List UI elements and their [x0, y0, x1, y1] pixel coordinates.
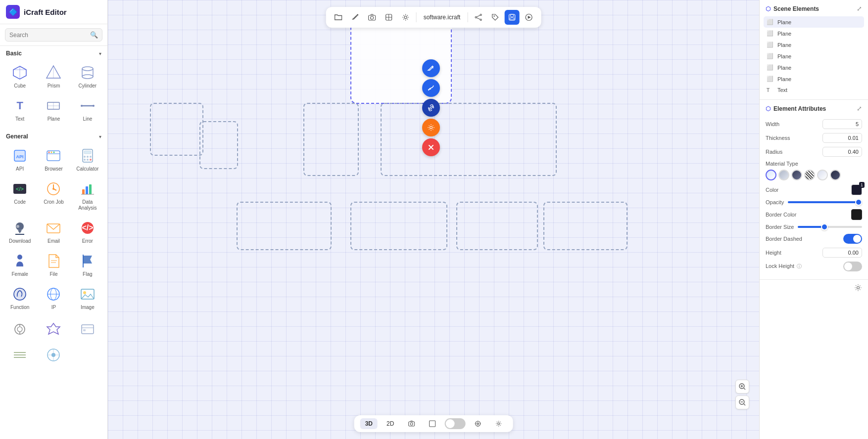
sidebar-item-cube[interactable]: Cube — [4, 61, 36, 92]
image-icon — [79, 285, 96, 303]
canvas-element-6[interactable] — [350, 202, 447, 250]
share-button[interactable] — [471, 10, 485, 25]
scene-item-plane2[interactable]: ⬜ Plane — [764, 28, 864, 39]
scene-item-plane1[interactable]: ⬜ Plane — [764, 16, 864, 28]
sidebar-item-extra3[interactable] — [72, 317, 103, 341]
radius-input[interactable] — [822, 147, 862, 157]
scene-elements-expand[interactable]: ⤢ — [857, 5, 862, 12]
pen-button[interactable] — [348, 10, 363, 25]
canvas-element-7[interactable] — [456, 202, 538, 250]
thickness-label: Thickness — [766, 135, 790, 141]
border-size-slider[interactable] — [798, 226, 862, 228]
sidebar-item-extra4[interactable] — [4, 343, 36, 367]
sidebar-item-browser[interactable]: Browser — [38, 144, 69, 175]
sidebar-item-female[interactable]: Female — [4, 249, 36, 280]
sidebar-item-line[interactable]: Line — [72, 94, 103, 125]
element-attributes-title: ⬡ Element Attributes — [766, 105, 826, 112]
opacity-label: Opacity — [766, 199, 784, 205]
mat-dark2-btn[interactable] — [830, 170, 841, 180]
sidebar-item-calculator[interactable]: Calculator — [72, 144, 103, 175]
zoom-out-button[interactable] — [735, 395, 749, 409]
sidebar-item-cron-job[interactable]: Cron Job — [38, 177, 69, 214]
canvas-grid[interactable] — [108, 0, 759, 439]
scene-item-plane6[interactable]: ⬜ Plane — [764, 73, 864, 85]
context-edit-btn[interactable] — [422, 59, 440, 77]
search-input[interactable] — [9, 32, 87, 39]
sidebar-item-data-analysis[interactable]: Data Analysis — [72, 177, 103, 214]
canvas-element-3[interactable] — [303, 103, 359, 176]
scene-item-text[interactable]: T Text — [764, 85, 864, 95]
view-toggle[interactable] — [444, 418, 465, 429]
context-link-btn[interactable] — [422, 99, 440, 117]
sidebar-item-email[interactable]: Email — [38, 216, 69, 247]
sidebar-item-code[interactable]: </> Code — [4, 177, 36, 214]
play-button[interactable] — [521, 10, 536, 25]
bottom-target-button[interactable] — [469, 418, 486, 429]
lock-height-toggle[interactable] — [843, 262, 862, 271]
sidebar-item-prism[interactable]: Prism — [38, 61, 69, 92]
layers-button[interactable] — [382, 10, 396, 25]
zoom-in-button[interactable] — [735, 380, 749, 394]
opacity-thumb[interactable] — [855, 199, 862, 206]
mat-glass-btn[interactable] — [766, 170, 776, 180]
context-style-btn[interactable] — [422, 79, 440, 97]
settings-button[interactable] — [398, 10, 413, 25]
search-icon[interactable]: 🔍 — [90, 31, 98, 39]
view-3d-button[interactable]: 3D — [360, 418, 378, 429]
sidebar-item-api[interactable]: API API — [4, 144, 36, 175]
cylinder-label: Cylinder — [78, 83, 96, 89]
color-swatch[interactable]: 1 — [851, 184, 862, 195]
svg-point-23 — [53, 152, 55, 153]
mat-pattern-btn[interactable] — [804, 170, 815, 180]
sidebar-item-plane[interactable]: Plane — [38, 94, 69, 125]
border-color-swatch[interactable] — [851, 209, 862, 220]
canvas-area: software.icraft — [108, 0, 759, 439]
basic-section-header[interactable]: Basic ▾ — [0, 46, 107, 59]
mat-frosted-btn[interactable] — [817, 170, 828, 180]
folder-button[interactable] — [331, 10, 346, 25]
right-settings-button[interactable] — [854, 284, 862, 293]
scene-item-plane5[interactable]: ⬜ Plane — [764, 62, 864, 73]
height-input[interactable] — [822, 248, 862, 258]
bottom-camera-button[interactable] — [403, 418, 420, 429]
element-attributes-expand[interactable]: ⤢ — [857, 105, 862, 112]
top-toolbar: software.icraft — [326, 7, 541, 28]
svg-point-37 — [52, 188, 54, 190]
mat-dark-btn[interactable] — [791, 170, 802, 180]
general-section-header[interactable]: General ▾ — [0, 129, 107, 142]
canvas-element-4[interactable] — [381, 103, 557, 176]
thickness-input[interactable] — [822, 133, 862, 143]
sidebar-item-cylinder[interactable]: Cylinder — [72, 61, 103, 92]
border-dashed-toggle[interactable] — [843, 234, 862, 244]
bottom-frame-button[interactable] — [424, 418, 440, 429]
canvas-element-5[interactable] — [237, 202, 332, 250]
sidebar-item-ip[interactable]: IP — [38, 282, 69, 313]
sidebar-item-error[interactable]: </> Error — [72, 216, 103, 247]
canvas-element-2[interactable] — [199, 121, 238, 169]
plane5-label: Plane — [777, 65, 791, 71]
border-size-thumb[interactable] — [821, 223, 828, 230]
context-settings-btn[interactable] — [422, 119, 440, 136]
canvas-element-1[interactable] — [150, 103, 203, 156]
sidebar-item-image[interactable]: Image — [72, 282, 103, 313]
sidebar-item-download[interactable]: Download — [4, 216, 36, 247]
context-delete-btn[interactable] — [422, 138, 440, 156]
sidebar-item-file[interactable]: File — [38, 249, 69, 280]
sidebar-item-text[interactable]: T Text — [4, 94, 36, 125]
scene-item-plane4[interactable]: ⬜ Plane — [764, 50, 864, 62]
view-2d-button[interactable]: 2D — [382, 418, 399, 429]
bottom-settings-button[interactable] — [490, 418, 507, 429]
sidebar-item-extra2[interactable] — [38, 317, 69, 341]
save-button[interactable] — [504, 10, 519, 25]
opacity-slider[interactable] — [788, 201, 862, 203]
scene-item-plane3[interactable]: ⬜ Plane — [764, 39, 864, 50]
tag-button[interactable] — [487, 10, 502, 25]
sidebar-item-flag[interactable]: Flag — [72, 249, 103, 280]
sidebar-item-extra1[interactable] — [4, 317, 36, 341]
width-input[interactable] — [822, 119, 862, 129]
sidebar-item-function[interactable]: Function — [4, 282, 36, 313]
camera-button[interactable] — [365, 10, 380, 25]
mat-metal-btn[interactable] — [778, 170, 789, 180]
canvas-element-8[interactable] — [543, 202, 627, 250]
sidebar-item-extra5[interactable] — [38, 343, 69, 367]
